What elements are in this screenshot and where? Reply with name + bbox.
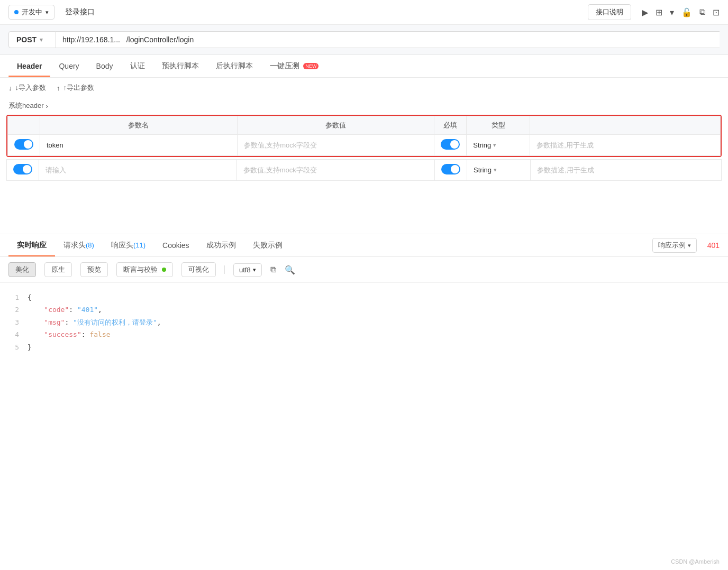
response-tab-realtime[interactable]: 实时响应	[8, 234, 55, 256]
tab-load-test[interactable]: 一键压测 NEW	[261, 55, 327, 77]
code-line-5: 5 }	[8, 341, 720, 353]
response-example-select[interactable]: 响应示例 ▾	[652, 238, 697, 253]
table-row: String ▾	[7, 160, 722, 181]
param-desc-input-1[interactable]	[536, 141, 714, 149]
tab-body[interactable]: Body	[88, 56, 122, 77]
method-selector[interactable]: POST ▾	[8, 31, 56, 48]
code-content-1: {	[28, 291, 720, 304]
param-name-input-1[interactable]	[47, 141, 231, 149]
api-doc-button[interactable]: 接口说明	[588, 4, 631, 20]
table-row: String ▾	[8, 135, 721, 156]
param-desc-cell-2[interactable]	[531, 160, 722, 181]
code-content-2: "code": "401",	[28, 304, 720, 316]
code-line-3: 3 "msg": "没有访问的权利，请登录",	[8, 316, 720, 328]
env-selector[interactable]: 开发中 ▾	[8, 5, 54, 20]
response-tab-request-headers[interactable]: 请求头(8)	[55, 234, 103, 256]
param-required-cell-2[interactable]	[435, 160, 467, 181]
param-value-input-2[interactable]	[243, 166, 428, 174]
col-toggle	[8, 116, 40, 135]
tab-post-script[interactable]: 后执行脚本	[207, 55, 261, 77]
params-table-second: String ▾	[6, 159, 722, 181]
param-value-cell-2[interactable]	[237, 160, 435, 181]
tabs-bar: Header Query Body 认证 预执行脚本 后执行脚本 一键压测 NE…	[0, 55, 728, 78]
param-required-cell-1[interactable]	[434, 135, 467, 156]
layout-icon[interactable]: ⊞	[656, 7, 662, 17]
param-value-input-1[interactable]	[244, 141, 428, 149]
visualize-button[interactable]: 可视化	[181, 262, 216, 277]
col-value: 参数值	[237, 116, 434, 135]
new-badge: NEW	[303, 63, 319, 69]
response-tab-cookies[interactable]: Cookies	[154, 235, 198, 256]
divider	[224, 265, 225, 274]
param-value-cell-1[interactable]	[237, 135, 434, 156]
param-type-cell-2[interactable]: String ▾	[467, 160, 531, 181]
toggle-cell-1[interactable]	[8, 135, 40, 156]
play-icon[interactable]: ▶	[642, 7, 648, 17]
encoding-chevron: ▾	[253, 266, 256, 273]
code-content-5: }	[28, 341, 720, 353]
params-table-section: 参数名 参数值 必填 类型	[0, 115, 728, 181]
url-input[interactable]	[56, 31, 720, 48]
api-name-input[interactable]	[61, 6, 581, 19]
toggle-cell-2[interactable]	[7, 160, 39, 181]
beautify-button[interactable]: 美化	[8, 262, 36, 277]
toggle-required-slider-1	[441, 139, 460, 150]
param-name-cell-2[interactable]	[39, 160, 237, 181]
param-desc-cell-1[interactable]	[530, 135, 721, 156]
import-icon: ↓	[8, 84, 12, 92]
tab-pre-script[interactable]: 预执行脚本	[153, 55, 207, 77]
raw-button[interactable]: 原生	[44, 262, 72, 277]
type-chevron-2: ▾	[494, 167, 497, 173]
lock-icon[interactable]: 🔓	[681, 7, 692, 17]
code-line-1: 1 {	[8, 291, 720, 304]
type-chevron-1: ▾	[493, 142, 496, 149]
tab-header[interactable]: Header	[8, 56, 50, 77]
url-bar: POST ▾	[0, 25, 728, 55]
system-header[interactable]: 系统header ›	[0, 98, 728, 115]
top-bar: 开发中 ▾ 接口说明 ▶ ⊞ ▾ 🔓 ⧉ ⊡	[0, 0, 728, 25]
line-num-3: 3	[8, 316, 19, 328]
response-tab-failure[interactable]: 失败示例	[244, 234, 291, 256]
col-required: 必填	[434, 116, 467, 135]
normal-row-wrap: String ▾	[0, 159, 728, 181]
copy-icon[interactable]: ⧉	[699, 7, 705, 17]
encoding-select[interactable]: utf8 ▾	[233, 263, 262, 277]
tab-query[interactable]: Query	[50, 56, 87, 77]
search-response-icon[interactable]: 🔍	[285, 265, 295, 275]
tab-auth[interactable]: 认证	[122, 55, 153, 77]
type-select-2[interactable]: String ▾	[474, 166, 524, 174]
code-line-2: 2 "code": "401",	[8, 304, 720, 316]
assert-button[interactable]: 断言与校验	[116, 262, 173, 277]
toggle-required-1[interactable]	[441, 139, 460, 150]
response-section: 实时响应 请求头(8) 响应头(11) Cookies 成功示例 失败示例 响应…	[0, 234, 728, 378]
preview-button[interactable]: 预览	[80, 262, 108, 277]
copy-response-icon[interactable]: ⧉	[270, 265, 276, 274]
import-params-button[interactable]: ↓ ↓导入参数	[8, 83, 46, 93]
green-dot	[162, 268, 166, 272]
type-select-1[interactable]: String ▾	[473, 141, 523, 149]
response-tabs: 实时响应 请求头(8) 响应头(11) Cookies 成功示例 失败示例 响应…	[0, 234, 728, 257]
toggle-required-2[interactable]	[441, 164, 460, 174]
code-line-4: 4 "success": false	[8, 328, 720, 341]
response-tab-right: 响应示例 ▾ 401	[652, 238, 720, 253]
col-desc	[530, 116, 721, 135]
toggle-switch-2[interactable]	[13, 164, 32, 174]
toggle-switch-1[interactable]	[14, 139, 33, 150]
chevron-down-icon: ▾	[46, 9, 49, 16]
response-tab-response-headers[interactable]: 响应头(11)	[103, 234, 154, 256]
expand-icon[interactable]: ⊡	[713, 7, 720, 17]
chevron-down-icon2[interactable]: ▾	[670, 7, 674, 17]
line-num-1: 1	[8, 291, 19, 304]
status-code: 401	[707, 241, 720, 250]
export-params-button[interactable]: ↑ ↑导出参数	[57, 83, 94, 93]
col-type: 类型	[467, 116, 530, 135]
line-num-2: 2	[8, 304, 19, 316]
response-tab-success[interactable]: 成功示例	[198, 234, 244, 256]
param-name-cell-1[interactable]	[40, 135, 238, 156]
method-label: POST	[16, 35, 37, 44]
toggle-required-slider-2	[441, 164, 460, 174]
param-name-input-2[interactable]	[46, 166, 230, 174]
param-desc-input-2[interactable]	[537, 166, 715, 174]
toggle-slider-1	[14, 139, 33, 150]
param-type-cell-1[interactable]: String ▾	[467, 135, 530, 156]
